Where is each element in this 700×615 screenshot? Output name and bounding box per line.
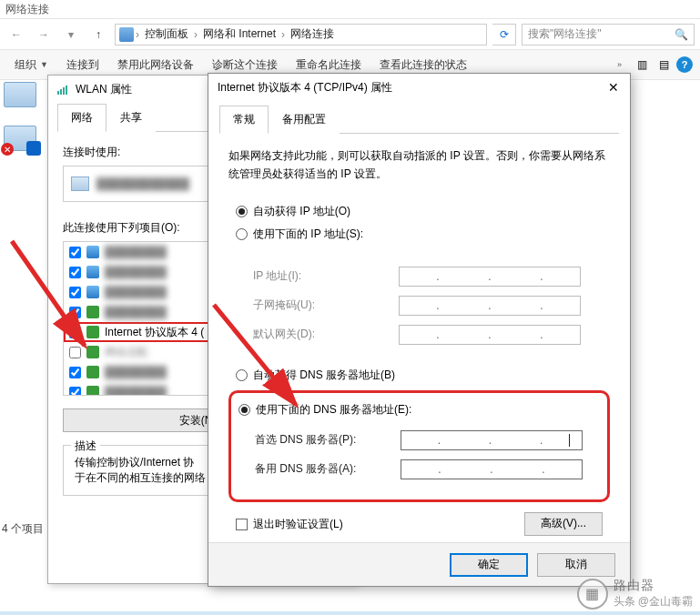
protocol-icon [86, 306, 99, 318]
back-button[interactable]: ← [5, 24, 27, 45]
close-button[interactable]: ✕ [606, 80, 621, 95]
svg-rect-1 [60, 89, 62, 95]
watermark-brand: 路由器 [614, 578, 693, 594]
item-checkbox[interactable] [69, 347, 81, 358]
connect-to-button[interactable]: 连接到 [59, 54, 107, 76]
breadcrumb[interactable]: › 控制面板 › 网络和 Internet › 网络连接 [115, 24, 487, 45]
advanced-button[interactable]: 高级(V)... [524, 512, 603, 536]
service-icon [86, 286, 99, 298]
svg-rect-3 [66, 86, 67, 95]
alternate-dns-input[interactable]: ... [401, 459, 583, 479]
breadcrumb-seg[interactable]: 网络和 Internet [199, 26, 279, 42]
refresh-button[interactable]: ⟳ [492, 24, 516, 45]
item-checkbox[interactable] [69, 307, 81, 318]
item-checkbox[interactable] [69, 387, 81, 397]
adapter-name: ████████████ [96, 177, 189, 190]
radio-icon [236, 228, 248, 240]
dns-highlight-frame: 使用下面的 DNS 服务器地址(E): 首选 DNS 服务器(P):... 备用… [228, 390, 610, 502]
ok-button[interactable]: 确定 [450, 553, 528, 577]
ipv4-tabs: 常规 备用配置 [219, 105, 619, 134]
more-button[interactable]: » [610, 56, 629, 73]
subnet-mask-input: ... [399, 296, 581, 316]
tab-share[interactable]: 共享 [107, 104, 156, 132]
info-text: 如果网络支持此功能，则可以获取自动指派的 IP 设置。否则，你需要从网络系统管理… [228, 146, 610, 184]
subnet-mask-label: 子网掩码(U): [253, 297, 399, 313]
ip-address-input: ... [399, 267, 581, 287]
radio-icon [238, 404, 250, 416]
nic-icon [71, 176, 89, 191]
window-titlebar: 网络连接 [0, 0, 700, 18]
item-checkbox[interactable] [69, 327, 81, 338]
preview-pane-icon[interactable]: ▤ [654, 55, 673, 74]
preferred-dns-input[interactable]: ... [401, 430, 583, 450]
chevron-down-icon: ▼ [40, 60, 48, 69]
radio-use-dns[interactable]: 使用下面的 DNS 服务器地址(E): [238, 398, 600, 421]
ip-address-label: IP 地址(I): [253, 268, 399, 284]
protocol-icon [86, 366, 99, 378]
item-checkbox[interactable] [69, 267, 81, 278]
alternate-dns-label: 备用 DNS 服务器(A): [255, 461, 401, 477]
cancel-button[interactable]: 取消 [537, 553, 615, 577]
chevron-right-icon: › [281, 28, 285, 41]
forward-button: → [33, 24, 55, 45]
window-title: 网络连接 [5, 2, 49, 17]
radio-icon [236, 369, 248, 381]
recent-dropdown[interactable]: ▾ [60, 24, 82, 45]
chevron-right-icon: › [136, 28, 139, 41]
dialog-footer: 确定 取消 [208, 542, 630, 586]
radio-auto-ip[interactable]: 自动获得 IP 地址(O) [228, 200, 610, 223]
radio-use-ip[interactable]: 使用下面的 IP 地址(S): [228, 223, 610, 246]
breadcrumb-seg[interactable]: 控制面板 [141, 26, 192, 42]
organize-button[interactable]: 组织▼ [7, 54, 56, 76]
radio-auto-dns[interactable]: 自动获得 DNS 服务器地址(B) [228, 364, 610, 387]
client-icon [86, 246, 99, 258]
disable-device-button[interactable]: 禁用此网络设备 [110, 54, 201, 76]
chevron-right-icon: › [194, 28, 198, 41]
search-placeholder: 搜索"网络连接" [528, 26, 602, 42]
preferred-dns-label: 首选 DNS 服务器(P): [255, 432, 401, 448]
tab-alternate[interactable]: 备用配置 [269, 106, 340, 134]
wifi-icon [57, 83, 70, 96]
svg-rect-0 [57, 91, 59, 95]
item-checkbox[interactable] [69, 287, 81, 298]
taskbar-hint [0, 611, 700, 615]
control-panel-icon [119, 27, 134, 42]
breadcrumb-seg[interactable]: 网络连接 [287, 26, 338, 42]
watermark-icon: ▦ [577, 579, 608, 610]
view-icon[interactable]: ▥ [633, 55, 651, 74]
ipv4-title: Internet 协议版本 4 (TCP/IPv4) 属性 [218, 80, 392, 96]
ip-radio-group: 自动获得 IP 地址(O) 使用下面的 IP 地址(S): [228, 200, 610, 246]
item-checkbox[interactable] [69, 247, 81, 258]
tab-network[interactable]: 网络 [57, 104, 107, 132]
description-legend: 描述 [71, 439, 100, 454]
adapter-item[interactable] [4, 82, 44, 107]
ip-fields: IP 地址(I):... 子网掩码(U):... 默认网关(D):... [228, 255, 610, 364]
adapter-icon [4, 82, 36, 107]
adapter-list [4, 82, 44, 169]
radio-icon [236, 206, 248, 217]
item-checkbox[interactable] [69, 367, 81, 378]
checkbox-icon [236, 519, 248, 530]
gateway-label: 默认网关(D): [253, 327, 399, 342]
search-icon: 🔍 [675, 28, 688, 41]
protocol-icon [86, 386, 99, 396]
item-count: 4 个项目 [2, 521, 44, 537]
wlan-title: WLAN 属性 [76, 82, 132, 97]
address-bar-row: ← → ▾ ↑ › 控制面板 › 网络和 Internet › 网络连接 ⟳ 搜… [0, 18, 700, 49]
ipv4-titlebar: Internet 协议版本 4 (TCP/IPv4) 属性 ✕ [208, 74, 630, 101]
search-input[interactable]: 搜索"网络连接" 🔍 [522, 24, 695, 45]
tab-general[interactable]: 常规 [219, 106, 269, 134]
ipv4-properties-dialog: Internet 协议版本 4 (TCP/IPv4) 属性 ✕ 常规 备用配置 … [208, 73, 631, 587]
svg-rect-2 [63, 87, 65, 95]
item-label: Internet 协议版本 4 ( [105, 325, 204, 340]
watermark: ▦ 路由器 头条 @金山毒霸 [577, 578, 693, 610]
gateway-input: ... [399, 325, 581, 345]
adapter-item[interactable] [4, 126, 44, 151]
help-icon[interactable]: ? [676, 56, 693, 73]
service-icon [86, 266, 99, 278]
protocol-icon [86, 346, 99, 358]
up-button[interactable]: ↑ [87, 24, 109, 45]
adapter-bluetooth-icon [4, 126, 36, 151]
protocol-icon [86, 326, 99, 338]
